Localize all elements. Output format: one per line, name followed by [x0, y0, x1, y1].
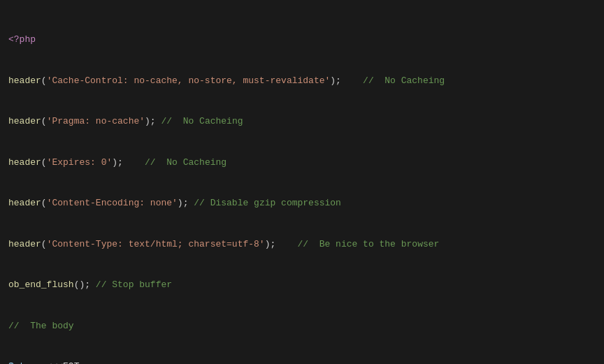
line-3: header('Pragma: no-cache'); // No Cachei…: [8, 115, 596, 129]
code-container: <?php header('Cache-Control: no-cache, n…: [8, 6, 596, 364]
line-9: $str = <<<EOT: [8, 360, 596, 364]
line-7: ob_end_flush(); // Stop buffer: [8, 278, 596, 292]
line-6: header('Content-Type: text/html; charset…: [8, 238, 596, 252]
line-1: <?php: [8, 33, 596, 47]
line-5: header('Content-Encoding: none'); // Dis…: [8, 196, 596, 210]
line-2: header('Cache-Control: no-cache, no-stor…: [8, 74, 596, 88]
line-8: // The body: [8, 319, 596, 333]
line-4: header('Expires: 0'); // No Cacheing: [8, 156, 596, 170]
